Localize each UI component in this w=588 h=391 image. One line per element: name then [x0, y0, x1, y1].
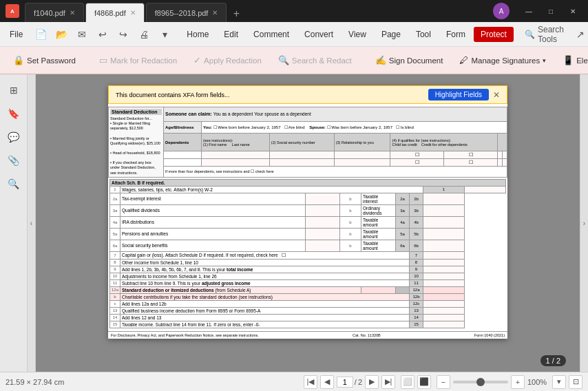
fit-page-icon[interactable]: ⊡ — [569, 375, 582, 389]
dep2-name-field[interactable] — [202, 159, 270, 167]
sidebar-search-icon[interactable]: 🔍 — [3, 173, 24, 194]
sign-document-button[interactable]: ✍ Sign Document — [368, 52, 451, 69]
profile-avatar[interactable]: A — [493, 3, 510, 19]
page-number-input[interactable] — [337, 377, 353, 388]
menu-home[interactable]: Home — [180, 27, 216, 42]
new-icon[interactable]: 📄 — [31, 25, 50, 44]
highlight-fields-button[interactable]: Highlight Fields — [428, 89, 489, 101]
print-icon[interactable]: 🖨 — [134, 25, 154, 44]
collapse-left-button[interactable]: ‹ — [28, 74, 36, 372]
dep2-extra2[interactable] — [503, 159, 507, 167]
sidebar-comment-icon[interactable]: 💬 — [3, 127, 24, 147]
line-5a-field[interactable] — [305, 228, 339, 240]
close-icon[interactable]: ✕ — [563, 1, 582, 21]
line-11-field[interactable] — [423, 279, 465, 286]
line-5b-field[interactable] — [423, 228, 465, 240]
dropdown-icon[interactable]: ▾ — [155, 25, 174, 44]
search-tools-button[interactable]: 🔍 Search Tools — [519, 22, 569, 47]
tab-close-icon[interactable]: ✕ — [130, 9, 136, 17]
line-4b-field[interactable] — [423, 216, 465, 228]
line-1-field[interactable] — [465, 186, 506, 193]
redo-icon[interactable]: ↪ — [114, 25, 133, 44]
page-first-button[interactable]: |◀ — [304, 375, 317, 389]
document-viewer[interactable]: This document contains XFA form fields..… — [36, 74, 580, 372]
dep-name-field[interactable] — [202, 151, 270, 159]
open-icon[interactable]: 📂 — [52, 25, 71, 44]
line-2a-field[interactable] — [305, 193, 339, 204]
line-10-field[interactable] — [423, 273, 465, 279]
page-next-button[interactable]: ▶ — [365, 375, 379, 389]
sidebar-pages-icon[interactable]: ⊞ — [3, 80, 24, 101]
line-8-field[interactable] — [423, 259, 465, 266]
line-9-field[interactable] — [423, 266, 465, 273]
dep2-rel-field[interactable] — [334, 159, 390, 167]
dep-extra1[interactable] — [498, 151, 503, 159]
tab-f1040[interactable]: f1040.pdf ✕ — [25, 3, 84, 22]
collapse-right-button[interactable]: › — [580, 74, 588, 372]
email-icon[interactable]: ✉ — [72, 25, 92, 44]
set-password-button[interactable]: 🔒 Set Password — [6, 52, 83, 69]
tab-close-icon[interactable]: ✕ — [212, 9, 218, 17]
line-6b-field[interactable] — [423, 240, 465, 251]
zoom-slider[interactable] — [453, 381, 508, 383]
search-redact-button[interactable]: 🔍 Search & Redact — [271, 52, 359, 69]
dep-child-tax-field[interactable]: ☐ — [390, 151, 444, 159]
document-scroll[interactable]: This document contains XFA form fields..… — [36, 74, 580, 372]
page-last-button[interactable]: ▶| — [381, 375, 395, 389]
xfa-close-button[interactable]: ✕ — [493, 90, 500, 100]
tab-f8965[interactable]: f8965--2018.pdf ✕ — [146, 3, 227, 22]
zoom-thumb[interactable] — [476, 378, 485, 386]
menu-view[interactable]: View — [342, 27, 373, 42]
line-12a-field[interactable] — [361, 286, 396, 293]
menu-edit[interactable]: Edit — [217, 27, 245, 42]
dep-extra2[interactable] — [503, 151, 507, 159]
zoom-in-button[interactable]: + — [511, 375, 525, 389]
dep2-child-field[interactable]: ☐ — [390, 159, 444, 167]
line-13-field[interactable] — [423, 307, 465, 314]
sidebar-attachment-icon[interactable]: 📎 — [3, 150, 24, 171]
line-4a-field[interactable] — [305, 216, 339, 228]
add-tab-button[interactable]: + — [228, 6, 244, 22]
dep2-other-field[interactable]: ☐ — [444, 159, 498, 167]
apply-redaction-button[interactable]: ✓ Apply Redaction — [186, 52, 269, 69]
line-6a-field[interactable] — [305, 240, 339, 251]
line-2b-field[interactable] — [423, 193, 465, 204]
sidebar-bookmark-icon[interactable]: 🔖 — [3, 103, 24, 124]
zoom-out-button[interactable]: − — [437, 375, 450, 389]
maximize-icon[interactable]: □ — [541, 1, 560, 21]
minimize-icon[interactable]: — — [519, 1, 538, 21]
electronic-button[interactable]: 📱 Electro... — [555, 52, 588, 69]
line-15-field[interactable] — [423, 321, 465, 328]
page-prev-button[interactable]: ◀ — [320, 375, 334, 389]
share-icon[interactable]: ↗ — [571, 25, 588, 44]
line-3a-field[interactable] — [305, 204, 339, 216]
dep-rel-field[interactable] — [334, 151, 390, 159]
dep-other-dep-field[interactable]: ☐ — [444, 151, 498, 159]
zoom-dropdown-icon[interactable]: ▾ — [552, 375, 566, 389]
menu-tool[interactable]: Tool — [409, 27, 438, 42]
single-page-icon[interactable]: ⬜ — [401, 375, 414, 389]
menu-convert[interactable]: Convert — [297, 27, 340, 42]
two-page-icon[interactable]: ⬛ — [417, 375, 431, 389]
dep2-ssn-field[interactable] — [269, 159, 334, 167]
dep2-extra1[interactable] — [498, 159, 503, 167]
tab-f4868[interactable]: f4868.pdf ✕ — [85, 3, 145, 22]
line-12c-ref: 12c — [410, 300, 423, 307]
undo-icon[interactable]: ↩ — [93, 25, 112, 44]
menu-file[interactable]: File — [3, 27, 30, 42]
line-12c-field[interactable] — [423, 300, 465, 307]
tab-close-icon[interactable]: ✕ — [70, 9, 75, 17]
line-3b-field[interactable] — [423, 204, 465, 216]
line-12a-right-field[interactable] — [423, 286, 465, 293]
dep-ssn-field[interactable] — [269, 151, 334, 159]
line-13-label: Qualified business income deduction from… — [120, 307, 410, 314]
line-12b-field[interactable] — [423, 293, 465, 300]
menu-form[interactable]: Form — [439, 27, 472, 42]
line-14-field[interactable] — [423, 314, 465, 321]
mark-redaction-button[interactable]: ▭ Mark for Redaction — [92, 52, 185, 69]
menu-protect[interactable]: Protect — [474, 27, 514, 42]
menu-comment[interactable]: Comment — [246, 27, 296, 42]
line-7-field[interactable] — [423, 251, 465, 259]
manage-signatures-button[interactable]: 🖊 Manage Signatures ▾ — [452, 52, 554, 69]
menu-page[interactable]: Page — [375, 27, 408, 42]
